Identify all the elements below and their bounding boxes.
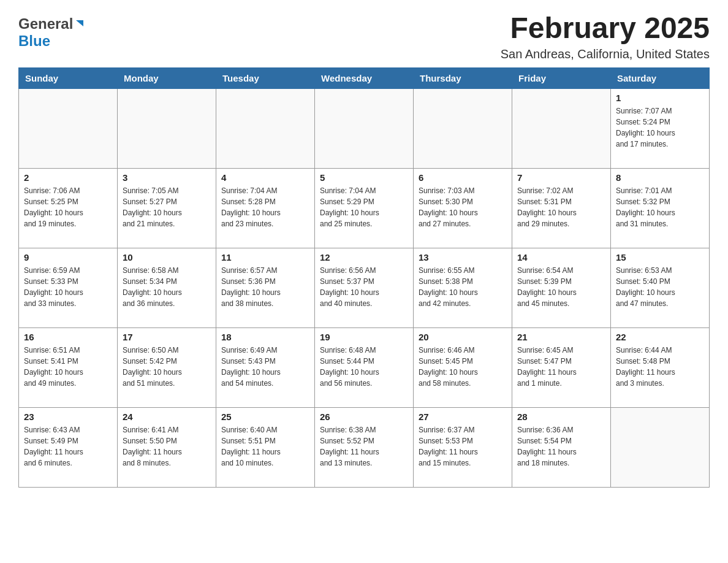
calendar-cell: [216, 88, 315, 168]
day-info: Sunrise: 7:02 AM Sunset: 5:31 PM Dayligh…: [517, 185, 605, 229]
calendar-cell: [611, 407, 710, 487]
day-number: 13: [419, 252, 507, 262]
calendar-header-sunday: Sunday: [19, 67, 118, 88]
calendar-header-row: SundayMondayTuesdayWednesdayThursdayFrid…: [19, 67, 710, 88]
calendar-cell: 13Sunrise: 6:55 AM Sunset: 5:38 PM Dayli…: [414, 248, 512, 327]
day-info: Sunrise: 6:55 AM Sunset: 5:38 PM Dayligh…: [419, 265, 507, 309]
day-number: 28: [517, 412, 605, 422]
day-info: Sunrise: 7:07 AM Sunset: 5:24 PM Dayligh…: [616, 105, 704, 150]
day-info: Sunrise: 6:58 AM Sunset: 5:34 PM Dayligh…: [123, 265, 211, 309]
calendar-header-wednesday: Wednesday: [315, 67, 414, 88]
title-block: February 2025 San Andreas, California, U…: [501, 12, 710, 61]
day-info: Sunrise: 6:40 AM Sunset: 5:51 PM Dayligh…: [221, 424, 309, 469]
day-number: 20: [419, 332, 507, 342]
day-info: Sunrise: 6:43 AM Sunset: 5:49 PM Dayligh…: [24, 424, 112, 469]
svg-marker-0: [76, 20, 83, 26]
calendar-header-monday: Monday: [118, 67, 216, 88]
day-number: 6: [419, 172, 507, 183]
calendar-week-5: 23Sunrise: 6:43 AM Sunset: 5:49 PM Dayli…: [19, 407, 710, 487]
day-number: 2: [24, 172, 112, 183]
calendar-cell: 9Sunrise: 6:59 AM Sunset: 5:33 PM Daylig…: [19, 248, 118, 327]
calendar-header-saturday: Saturday: [611, 67, 710, 88]
page-header: General Blue February 2025 San Andreas, …: [18, 12, 710, 61]
day-number: 26: [320, 412, 408, 422]
logo: General Blue: [18, 12, 85, 50]
calendar-cell: [118, 88, 216, 168]
day-number: 14: [517, 252, 605, 262]
calendar-cell: 4Sunrise: 7:04 AM Sunset: 5:28 PM Daylig…: [216, 168, 315, 248]
calendar-cell: 27Sunrise: 6:37 AM Sunset: 5:53 PM Dayli…: [414, 407, 512, 487]
day-number: 25: [221, 412, 309, 422]
day-number: 10: [123, 252, 211, 262]
calendar-cell: 16Sunrise: 6:51 AM Sunset: 5:41 PM Dayli…: [19, 327, 118, 407]
day-number: 4: [221, 172, 309, 183]
day-info: Sunrise: 6:49 AM Sunset: 5:43 PM Dayligh…: [221, 345, 309, 389]
day-number: 8: [616, 172, 704, 183]
calendar-cell: 23Sunrise: 6:43 AM Sunset: 5:49 PM Dayli…: [19, 407, 118, 487]
calendar-cell: [315, 88, 414, 168]
day-info: Sunrise: 6:44 AM Sunset: 5:48 PM Dayligh…: [616, 345, 704, 389]
day-info: Sunrise: 6:56 AM Sunset: 5:37 PM Dayligh…: [320, 265, 408, 309]
day-number: 27: [419, 412, 507, 422]
day-info: Sunrise: 7:04 AM Sunset: 5:29 PM Dayligh…: [320, 185, 408, 229]
calendar-cell: 17Sunrise: 6:50 AM Sunset: 5:42 PM Dayli…: [118, 327, 216, 407]
calendar-cell: 18Sunrise: 6:49 AM Sunset: 5:43 PM Dayli…: [216, 327, 315, 407]
calendar-header-thursday: Thursday: [414, 67, 512, 88]
day-info: Sunrise: 7:05 AM Sunset: 5:27 PM Dayligh…: [123, 185, 211, 229]
calendar-cell: [512, 88, 611, 168]
day-number: 23: [24, 412, 112, 422]
calendar-cell: 15Sunrise: 6:53 AM Sunset: 5:40 PM Dayli…: [611, 248, 710, 327]
day-info: Sunrise: 7:04 AM Sunset: 5:28 PM Dayligh…: [221, 185, 309, 229]
day-info: Sunrise: 6:45 AM Sunset: 5:47 PM Dayligh…: [517, 345, 605, 389]
calendar-cell: 14Sunrise: 6:54 AM Sunset: 5:39 PM Dayli…: [512, 248, 611, 327]
day-number: 5: [320, 172, 408, 183]
logo-blue-text: Blue: [18, 33, 50, 49]
logo-general-text: General: [18, 15, 73, 33]
day-number: 7: [517, 172, 605, 183]
day-number: 3: [123, 172, 211, 183]
day-number: 11: [221, 252, 309, 262]
calendar-table: SundayMondayTuesdayWednesdayThursdayFrid…: [18, 67, 710, 488]
calendar-cell: 2Sunrise: 7:06 AM Sunset: 5:25 PM Daylig…: [19, 168, 118, 248]
day-number: 16: [24, 332, 112, 342]
calendar-cell: 5Sunrise: 7:04 AM Sunset: 5:29 PM Daylig…: [315, 168, 414, 248]
calendar-cell: 10Sunrise: 6:58 AM Sunset: 5:34 PM Dayli…: [118, 248, 216, 327]
day-info: Sunrise: 7:03 AM Sunset: 5:30 PM Dayligh…: [419, 185, 507, 229]
calendar-cell: 26Sunrise: 6:38 AM Sunset: 5:52 PM Dayli…: [315, 407, 414, 487]
day-info: Sunrise: 6:50 AM Sunset: 5:42 PM Dayligh…: [123, 345, 211, 389]
day-info: Sunrise: 7:06 AM Sunset: 5:25 PM Dayligh…: [24, 185, 112, 229]
calendar-cell: 8Sunrise: 7:01 AM Sunset: 5:32 PM Daylig…: [611, 168, 710, 248]
day-info: Sunrise: 6:38 AM Sunset: 5:52 PM Dayligh…: [320, 424, 408, 469]
calendar-cell: [414, 88, 512, 168]
day-number: 15: [616, 252, 704, 262]
calendar-cell: 28Sunrise: 6:36 AM Sunset: 5:54 PM Dayli…: [512, 407, 611, 487]
calendar-cell: 6Sunrise: 7:03 AM Sunset: 5:30 PM Daylig…: [414, 168, 512, 248]
calendar-cell: 24Sunrise: 6:41 AM Sunset: 5:50 PM Dayli…: [118, 407, 216, 487]
calendar-cell: 22Sunrise: 6:44 AM Sunset: 5:48 PM Dayli…: [611, 327, 710, 407]
calendar-week-3: 9Sunrise: 6:59 AM Sunset: 5:33 PM Daylig…: [19, 248, 710, 327]
logo-triangle-icon: [75, 17, 85, 28]
calendar-week-4: 16Sunrise: 6:51 AM Sunset: 5:41 PM Dayli…: [19, 327, 710, 407]
day-number: 17: [123, 332, 211, 342]
day-info: Sunrise: 6:46 AM Sunset: 5:45 PM Dayligh…: [419, 345, 507, 389]
calendar-header-tuesday: Tuesday: [216, 67, 315, 88]
calendar-cell: 1Sunrise: 7:07 AM Sunset: 5:24 PM Daylig…: [611, 88, 710, 168]
day-info: Sunrise: 6:36 AM Sunset: 5:54 PM Dayligh…: [517, 424, 605, 469]
day-number: 21: [517, 332, 605, 342]
day-info: Sunrise: 7:01 AM Sunset: 5:32 PM Dayligh…: [616, 185, 704, 229]
day-info: Sunrise: 6:53 AM Sunset: 5:40 PM Dayligh…: [616, 265, 704, 309]
day-info: Sunrise: 6:59 AM Sunset: 5:33 PM Dayligh…: [24, 265, 112, 309]
calendar-cell: 7Sunrise: 7:02 AM Sunset: 5:31 PM Daylig…: [512, 168, 611, 248]
day-number: 19: [320, 332, 408, 342]
day-info: Sunrise: 6:51 AM Sunset: 5:41 PM Dayligh…: [24, 345, 112, 389]
month-title: February 2025: [501, 12, 710, 45]
day-number: 9: [24, 252, 112, 262]
calendar-cell: 12Sunrise: 6:56 AM Sunset: 5:37 PM Dayli…: [315, 248, 414, 327]
calendar-cell: 3Sunrise: 7:05 AM Sunset: 5:27 PM Daylig…: [118, 168, 216, 248]
day-number: 12: [320, 252, 408, 262]
day-info: Sunrise: 6:54 AM Sunset: 5:39 PM Dayligh…: [517, 265, 605, 309]
calendar-week-2: 2Sunrise: 7:06 AM Sunset: 5:25 PM Daylig…: [19, 168, 710, 248]
calendar-cell: 11Sunrise: 6:57 AM Sunset: 5:36 PM Dayli…: [216, 248, 315, 327]
day-info: Sunrise: 6:37 AM Sunset: 5:53 PM Dayligh…: [419, 424, 507, 469]
day-number: 22: [616, 332, 704, 342]
